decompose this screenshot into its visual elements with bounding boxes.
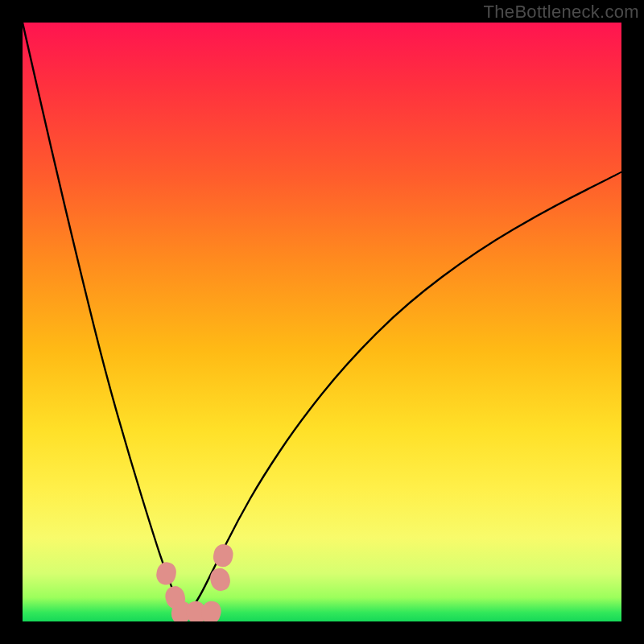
data-marker: [208, 566, 232, 592]
bottleneck-curve: [23, 23, 621, 621]
data-marker: [200, 600, 223, 621]
attribution-label: TheBottleneck.com: [484, 2, 639, 23]
plot-area: [23, 23, 621, 621]
curve-path-group: [23, 23, 621, 613]
data-marker: [155, 560, 178, 586]
chart-frame: TheBottleneck.com: [0, 0, 644, 644]
curve-markers: [155, 543, 235, 621]
